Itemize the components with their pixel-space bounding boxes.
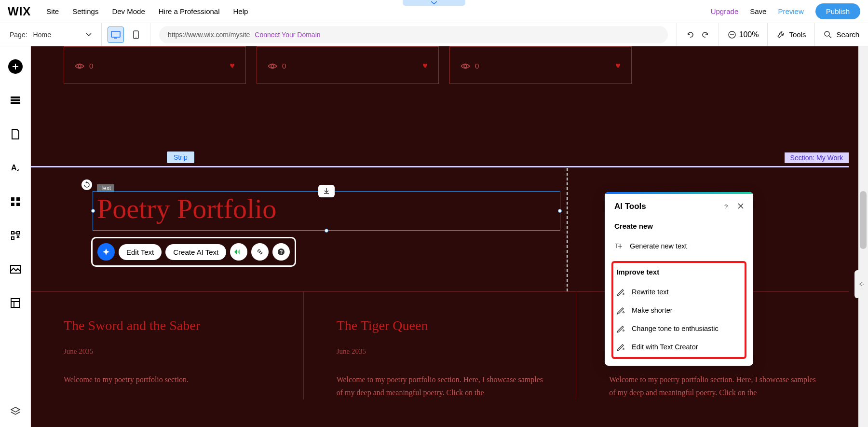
poem-column[interactable]: The Tiger Queen June 2035 Welcome to my … [304, 292, 577, 399]
sections-button[interactable] [7, 92, 24, 109]
poem-body: Welcome to my poetry portfolio section. … [609, 373, 816, 399]
svg-point-23 [271, 65, 274, 68]
heart-icon[interactable]: ♥ [230, 61, 235, 71]
media-button[interactable] [7, 261, 24, 278]
guide-line [567, 168, 568, 291]
revision-icon[interactable] [81, 179, 92, 190]
upgrade-link[interactable]: Upgrade [711, 7, 739, 15]
zoom-control[interactable]: 100% [719, 23, 768, 46]
poem-date: June 2035 [337, 347, 543, 356]
tools-label: Tools [789, 30, 806, 39]
svg-text:?: ? [724, 203, 728, 210]
section-label[interactable]: Section: My Work [785, 152, 849, 163]
resize-handle-right[interactable] [558, 209, 562, 213]
post-card[interactable]: 0 ♥ [257, 46, 439, 84]
poem-title: The Sword and the Saber [64, 316, 271, 335]
change-tone-action[interactable]: Change tone to enthusiastic [616, 319, 742, 338]
make-shorter-action[interactable]: Make shorter [616, 301, 742, 319]
poem-title: The Tiger Queen [337, 316, 543, 335]
resize-handle-left[interactable] [91, 209, 95, 213]
save-button[interactable]: Save [750, 7, 766, 15]
heart-icon[interactable]: ♥ [422, 61, 428, 71]
page-label: Page: [10, 31, 27, 39]
eye-icon [461, 63, 470, 69]
view-count: 0 [475, 62, 479, 70]
menu-devmode[interactable]: Dev Mode [112, 7, 145, 15]
layers-button[interactable] [10, 406, 21, 417]
add-element-button[interactable] [7, 58, 24, 75]
ai-close-icon[interactable] [738, 203, 744, 210]
poem-column[interactable]: The Sword and the Saber June 2035 Welcom… [31, 292, 304, 399]
side-collapse-handle[interactable] [854, 270, 868, 298]
view-count: 0 [282, 62, 286, 70]
sub-bar: Page: Home https://www.wix.com/mysite Co… [0, 23, 868, 46]
svg-rect-10 [11, 96, 20, 98]
svg-rect-12 [11, 102, 20, 104]
text-element-badge: Text [81, 179, 92, 190]
svg-line-7 [829, 36, 831, 38]
shorter-label: Make shorter [632, 306, 673, 314]
link-button[interactable] [251, 243, 269, 261]
menu-hire[interactable]: Hire a Professional [159, 7, 220, 15]
top-actions: Upgrade Save Preview Publish [711, 3, 860, 19]
ai-sparkle-button[interactable] [97, 243, 115, 261]
help-button[interactable]: ? [272, 243, 290, 261]
pencil-icon [616, 288, 625, 296]
post-card[interactable]: 0 ♥ [64, 46, 246, 84]
tone-label: Change tone to enthusiastic [632, 325, 719, 332]
zoom-out-icon [728, 30, 736, 39]
mobile-view-button[interactable] [128, 27, 144, 43]
svg-rect-17 [16, 203, 20, 206]
menu-site[interactable]: Site [46, 7, 59, 15]
scrollbar-track[interactable] [858, 46, 868, 427]
create-ai-text-button[interactable]: Create AI Text [165, 244, 226, 260]
pages-button[interactable] [7, 125, 24, 143]
business-button[interactable] [7, 227, 24, 244]
menu-settings[interactable]: Settings [72, 7, 98, 15]
svg-point-24 [464, 65, 467, 68]
scrollbar-thumb[interactable] [860, 191, 867, 249]
menu-help[interactable]: Help [233, 7, 248, 15]
svg-rect-15 [16, 197, 20, 201]
publish-button[interactable]: Publish [815, 3, 860, 19]
page-selector[interactable]: Page: Home [0, 23, 102, 46]
tools-button[interactable]: Tools [767, 23, 814, 46]
text-selection-box[interactable]: Poetry Portfolio [93, 191, 560, 231]
svg-rect-16 [11, 203, 14, 206]
wrench-icon [776, 30, 785, 39]
animation-button[interactable] [230, 243, 247, 261]
edit-text-button[interactable]: Edit Text [119, 244, 162, 260]
collapse-handle[interactable] [403, 0, 465, 6]
svg-point-31 [863, 284, 864, 285]
generate-new-text-action[interactable]: T Generate new text [614, 237, 744, 255]
pencil-icon [616, 306, 625, 315]
creator-label: Edit with Text Creator [632, 343, 698, 351]
device-toggle [102, 23, 150, 46]
apps-button[interactable] [7, 193, 24, 210]
resize-handle-bottom[interactable] [325, 229, 328, 233]
preview-button[interactable]: Preview [778, 7, 803, 15]
redo-button[interactable] [701, 30, 710, 39]
search-icon [824, 30, 832, 39]
undo-button[interactable] [686, 30, 694, 39]
improve-text-heading: Improve text [616, 268, 742, 276]
search-button[interactable]: Search [814, 23, 868, 46]
ai-tools-panel: AI Tools ? Create new T Generate new tex… [605, 192, 753, 366]
strip-label[interactable]: Strip [167, 152, 194, 163]
design-button[interactable]: A [7, 159, 24, 177]
svg-rect-14 [11, 197, 14, 201]
download-icon[interactable] [318, 185, 335, 197]
poem-body: Welcome to my poetry portfolio section. [64, 373, 271, 386]
edit-text-creator-action[interactable]: Edit with Text Creator [616, 338, 742, 356]
url-bar[interactable]: https://www.wix.com/mysite Connect Your … [159, 26, 668, 43]
ai-help-icon[interactable]: ? [722, 203, 729, 210]
text-toolbar: Edit Text Create AI Text ? [91, 237, 296, 267]
desktop-view-button[interactable] [108, 27, 124, 43]
eye-icon [268, 63, 277, 69]
heart-icon[interactable]: ♥ [615, 61, 621, 71]
cms-button[interactable] [7, 294, 24, 312]
connect-domain-link[interactable]: Connect Your Domain [255, 31, 320, 39]
rewrite-text-action[interactable]: Rewrite text [616, 283, 742, 301]
post-card[interactable]: 0 ♥ [449, 46, 632, 84]
canvas-wrapper: 0 ♥ 0 ♥ 0 ♥ Strip [31, 46, 868, 427]
